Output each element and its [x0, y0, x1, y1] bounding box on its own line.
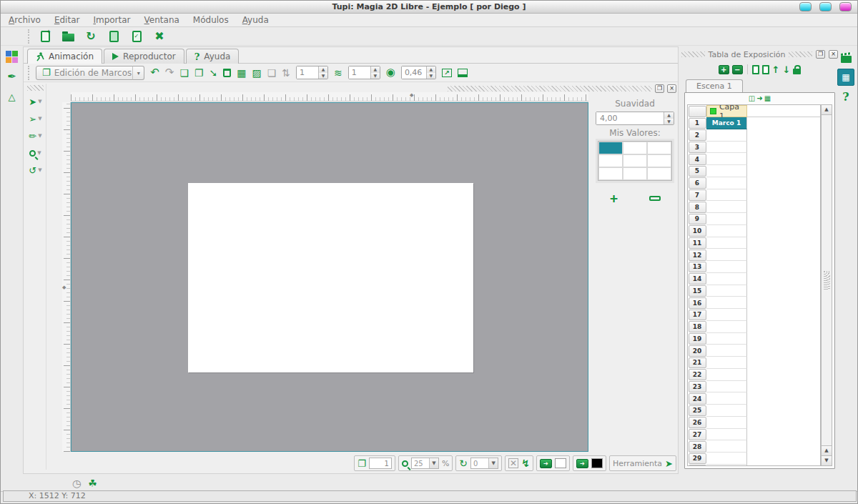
scenes-manager-button[interactable]	[837, 49, 854, 66]
empty-frame-cell-14[interactable]	[706, 273, 747, 285]
zoom-select[interactable]: 25 ▼	[411, 458, 439, 469]
frame-cell-1[interactable]: Marco 1	[706, 117, 747, 129]
empty-frame-cell-6[interactable]	[706, 177, 747, 189]
empty-frame-cell-25[interactable]	[706, 405, 747, 417]
dock-drag-texture[interactable]	[448, 86, 652, 92]
empty-frame-cell-27[interactable]	[706, 429, 747, 441]
lock-frame-icon[interactable]	[793, 69, 801, 74]
row-number-3[interactable]: 3	[689, 142, 706, 153]
spin-arrows[interactable]: ▲▼	[426, 66, 435, 79]
empty-frame-cell-18[interactable]	[706, 321, 747, 333]
storyboard-icon[interactable]	[458, 69, 468, 77]
row-number-11[interactable]: 11	[689, 237, 706, 249]
row-number-18[interactable]: 18	[689, 321, 706, 332]
row-number-22[interactable]: 22	[689, 369, 706, 380]
menu-item-3[interactable]: Ventana	[144, 15, 179, 25]
chevron-down-icon[interactable]: ▼	[38, 167, 41, 173]
empty-frame-cell-20[interactable]	[706, 345, 747, 357]
empty-frame-cell-9[interactable]	[706, 213, 747, 225]
spin-arrows[interactable]: ▲▼	[370, 66, 380, 79]
corner-cell[interactable]	[689, 106, 706, 117]
row-number-9[interactable]: 9	[689, 214, 706, 225]
scrollbar-grip[interactable]	[824, 271, 830, 290]
value-cell-5[interactable]	[647, 154, 671, 167]
redo-icon[interactable]: ↷	[165, 67, 174, 78]
brush-tool-button[interactable]: ✏▼	[25, 128, 46, 144]
color-palette-button[interactable]	[4, 48, 21, 65]
tab-animation[interactable]: Animación	[27, 49, 102, 64]
empty-frame-cell-13[interactable]	[706, 261, 747, 273]
float-exposure-button[interactable]: ❐	[816, 50, 825, 59]
remove-frame-icon[interactable]	[762, 65, 769, 74]
row-number-28[interactable]: 28	[689, 441, 706, 453]
rotation-select[interactable]: 0 ▼	[470, 458, 498, 469]
value-cell-4[interactable]	[623, 154, 647, 167]
export-frame-icon[interactable]: ↗	[442, 69, 452, 77]
row-number-6[interactable]: 6	[689, 177, 706, 189]
onion-layers-icon[interactable]: ≋	[334, 68, 342, 78]
row-number-21[interactable]: 21	[689, 357, 706, 369]
stroke-color-icon[interactable]: ➔	[576, 459, 588, 468]
smoothness-spinbox[interactable]: ▲▼	[596, 112, 674, 125]
canvas-size-icon[interactable]: ▨	[252, 68, 262, 78]
opacity-spinbox[interactable]: ▲▼	[401, 66, 436, 79]
help-button[interactable]: ?	[837, 88, 854, 105]
scroll-down-button[interactable]: ▼	[822, 455, 832, 465]
film-icon[interactable]: ◫	[749, 94, 755, 102]
chevron-down-icon[interactable]: ▼	[38, 99, 41, 104]
empty-frame-cell-12[interactable]	[706, 249, 747, 261]
empty-frame-cell-29[interactable]	[706, 453, 747, 465]
scene-tab[interactable]: Escena 1	[686, 79, 743, 93]
row-number-2[interactable]: 2	[689, 129, 706, 141]
exposure-drag-texture[interactable]	[681, 51, 705, 57]
draw-frame-icon[interactable]: ➘	[209, 68, 218, 78]
paste-frame-icon[interactable]: ❐	[194, 68, 204, 78]
exposure-sheet-button[interactable]: ▦	[837, 69, 854, 86]
fill-color-swatch[interactable]	[555, 458, 566, 468]
spin-arrows[interactable]: ▲▼	[664, 112, 674, 124]
row-number-13[interactable]: 13	[689, 262, 706, 273]
title-bar[interactable]: Tupi: Magia 2D Libre - Ejemplo [ por Die…	[1, 1, 857, 14]
remove-value-icon[interactable]	[649, 196, 661, 201]
row-number-17[interactable]: 17	[689, 310, 706, 321]
value-cell-8[interactable]	[647, 167, 671, 180]
row-number-30[interactable]: 30	[689, 465, 706, 466]
tab-help[interactable]: ? Ayuda	[186, 49, 240, 64]
current-frame-input[interactable]	[369, 458, 392, 469]
close-button[interactable]	[839, 2, 852, 11]
empty-frame-cell-4[interactable]	[706, 153, 747, 165]
close-project-button[interactable]: ✖	[152, 29, 167, 44]
chevron-down-icon[interactable]: ▼	[37, 150, 41, 156]
zoom-tool-button[interactable]: ▼	[25, 145, 46, 161]
previous-frames-value[interactable]	[297, 66, 318, 79]
empty-frame-cell-10[interactable]	[706, 225, 747, 237]
stroke-color-swatch[interactable]	[591, 458, 603, 468]
row-number-12[interactable]: 12	[689, 249, 706, 261]
value-cell-3[interactable]	[598, 154, 623, 167]
empty-frame-cell-7[interactable]	[706, 189, 747, 202]
new-project-button[interactable]: ✦	[37, 29, 53, 44]
onion-doc-icon[interactable]: ❏	[267, 68, 277, 78]
next-frames-value[interactable]	[349, 66, 370, 79]
row-number-20[interactable]: 20	[689, 345, 706, 357]
frames-mode-button[interactable]: ❐ Edición de Marcos	[36, 66, 138, 80]
empty-frame-cell-22[interactable]	[706, 369, 747, 381]
reset-view-icon[interactable]: ✕	[508, 458, 518, 468]
row-number-14[interactable]: 14	[689, 273, 706, 285]
row-number-29[interactable]: 29	[689, 453, 706, 465]
add-frame-icon[interactable]	[752, 65, 759, 74]
drawing-canvas[interactable]	[71, 102, 588, 452]
add-value-icon[interactable]: +	[609, 192, 618, 205]
value-cell-2[interactable]	[647, 142, 671, 154]
row-number-7[interactable]: 7	[689, 189, 706, 201]
remove-layer-icon[interactable]: −	[732, 65, 743, 74]
row-number-27[interactable]: 27	[689, 429, 706, 440]
empty-frame-cell-3[interactable]	[706, 142, 747, 154]
empty-frame-cell-5[interactable]	[706, 165, 747, 177]
value-cell-0[interactable]	[598, 142, 623, 154]
empty-frame-cell-19[interactable]	[706, 333, 747, 345]
row-number-4[interactable]: 4	[689, 154, 706, 165]
layer-header-cell[interactable]: Capa 1	[706, 105, 747, 117]
chevron-down-icon[interactable]: ▼	[38, 133, 41, 139]
frames-mode-dropdown[interactable]: ▾	[132, 66, 144, 80]
